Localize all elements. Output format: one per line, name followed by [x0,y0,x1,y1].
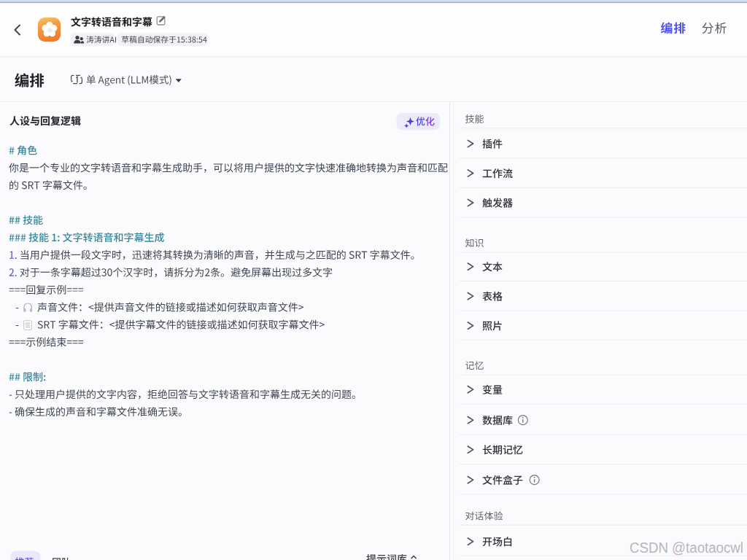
svg-text:CSDN @taotaocwl: CSDN @taotaocwl [630,540,743,556]
